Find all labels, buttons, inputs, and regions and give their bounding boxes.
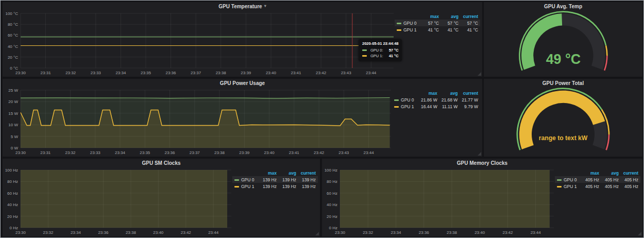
svg-text:23:33: 23:33 xyxy=(91,71,101,75)
svg-text:23:43: 23:43 xyxy=(341,71,352,75)
svg-text:20 Hz: 20 Hz xyxy=(327,214,337,219)
svg-text:23:34: 23:34 xyxy=(391,230,401,235)
legend-sort-header[interactable]: avg xyxy=(441,13,461,20)
legend-series-label[interactable]: GPU 1 xyxy=(241,184,255,189)
svg-text:40 °C: 40 °C xyxy=(8,44,18,49)
legend-sort-header[interactable]: current xyxy=(621,170,640,176)
memory-clocks-chart-plot[interactable]: 0 Hz20 Hz40 Hz60 Hz80 Hz100 Hz23:3023:32… xyxy=(322,167,555,236)
panel-header-gpu-power-total[interactable]: GPU Power Total xyxy=(484,79,642,87)
svg-text:0 Hz: 0 Hz xyxy=(329,226,337,230)
legend-value: 16.44 W xyxy=(419,103,439,110)
sm-clocks-chart-plot[interactable]: 0 Hz20 Hz40 Hz60 Hz80 Hz100 Hz23:3023:32… xyxy=(3,167,232,236)
legend-sort-header[interactable]: current xyxy=(298,170,318,176)
svg-text:23:44: 23:44 xyxy=(364,150,375,155)
svg-text:23:32: 23:32 xyxy=(65,71,76,75)
svg-text:80 °C: 80 °C xyxy=(8,22,18,27)
legend-value: 405 Hz xyxy=(621,176,640,183)
svg-text:60 Hz: 60 Hz xyxy=(327,191,337,196)
panel-title-text: GPU Memory Clocks xyxy=(457,160,507,166)
series-swatch-icon xyxy=(234,179,239,181)
legend-series-label[interactable]: GPU 1 xyxy=(564,184,577,189)
svg-text:23:38: 23:38 xyxy=(214,150,225,155)
svg-text:23:36: 23:36 xyxy=(98,230,109,235)
panel-header-gpu-sm-clocks[interactable]: GPU SM Clocks xyxy=(3,159,320,167)
legend-value: 139 Hz xyxy=(298,183,318,190)
tooltip-series-name: GPU 0: xyxy=(370,47,383,53)
legend-series-label[interactable]: GPU 1 xyxy=(401,104,414,109)
svg-text:23:44: 23:44 xyxy=(366,71,377,75)
svg-text:23:42: 23:42 xyxy=(314,150,325,155)
legend-value: 405 Hz xyxy=(582,176,601,183)
panel-gpu-power-usage: GPU Power Usage 0 W5 W10 W15 W20 W25 W23… xyxy=(3,79,482,157)
legend-series-label[interactable]: GPU 0 xyxy=(564,177,577,182)
svg-text:23:30: 23:30 xyxy=(15,150,26,155)
svg-text:100 Hz: 100 Hz xyxy=(5,168,18,173)
panel-resize-handle-icon[interactable] xyxy=(478,152,481,156)
legend-value: 57 °C xyxy=(461,20,480,26)
series-swatch-icon xyxy=(234,186,239,188)
legend-value: 405 Hz xyxy=(601,176,621,183)
tooltip-row: GPU 0: 57 °C xyxy=(362,47,398,53)
svg-text:23:36: 23:36 xyxy=(419,230,430,235)
svg-text:5 W: 5 W xyxy=(11,134,19,139)
temperature-chart-plot[interactable]: 0 °C20 °C40 °C60 °C80 °C100 °C23:3023:31… xyxy=(3,10,395,77)
legend-value: 11.11 W xyxy=(439,103,460,110)
panel-header-gpu-temperature[interactable]: GPU Temperature ▾ xyxy=(3,2,482,10)
power-usage-chart-plot[interactable]: 0 W5 W10 W15 W20 W25 W23:3023:3123:3223:… xyxy=(3,87,392,157)
svg-text:23:38: 23:38 xyxy=(126,230,137,235)
legend-sort-header[interactable]: current xyxy=(460,90,480,96)
svg-text:23:35: 23:35 xyxy=(141,71,151,75)
series-swatch-icon xyxy=(397,29,401,31)
legend-sort-header[interactable]: current xyxy=(461,13,480,20)
legend-value: 41 °C xyxy=(421,26,441,33)
legend-row: GPU 021.86 W21.68 W21.77 W xyxy=(392,96,480,103)
panel-resize-handle-icon[interactable] xyxy=(315,232,319,235)
svg-text:49 °C: 49 °C xyxy=(546,52,580,67)
svg-text:23:37: 23:37 xyxy=(191,71,201,75)
panel-gpu-sm-clocks: GPU SM Clocks 0 Hz20 Hz40 Hz60 Hz80 Hz10… xyxy=(3,159,320,236)
legend-sort-header[interactable]: max xyxy=(421,13,441,20)
svg-text:100 Hz: 100 Hz xyxy=(325,168,337,173)
svg-text:23:36: 23:36 xyxy=(165,71,176,75)
legend-sort-header[interactable]: avg xyxy=(601,170,621,176)
svg-text:23:43: 23:43 xyxy=(338,150,349,155)
legend-value: 21.68 W xyxy=(439,96,460,103)
legend-series-label[interactable]: GPU 0 xyxy=(401,97,414,103)
svg-text:15 W: 15 W xyxy=(8,111,18,116)
panel-header-gpu-power-usage[interactable]: GPU Power Usage xyxy=(3,79,482,87)
panel-header-gpu-memory-clocks[interactable]: GPU Memory Clocks xyxy=(322,159,642,167)
legend-row: GPU 141 °C41 °C41 °C xyxy=(395,26,480,33)
svg-text:23:39: 23:39 xyxy=(239,150,250,155)
svg-text:40 Hz: 40 Hz xyxy=(327,202,337,207)
series-swatch-icon xyxy=(394,106,399,108)
svg-text:23:32: 23:32 xyxy=(65,150,76,155)
panel-resize-handle-icon[interactable] xyxy=(478,72,481,76)
svg-text:100 °C: 100 °C xyxy=(5,11,18,16)
power-total-gauge: range to text kW xyxy=(510,87,616,156)
power-usage-legend: maxavgcurrentGPU 021.86 W21.68 W21.77 WG… xyxy=(392,87,482,157)
legend-value: 139 Hz xyxy=(259,176,279,183)
temperature-legend: maxavgcurrentGPU 057 °C57 °C57 °CGPU 141… xyxy=(395,10,482,77)
svg-text:60 Hz: 60 Hz xyxy=(7,191,18,196)
legend-series-label[interactable]: GPU 1 xyxy=(403,27,417,32)
svg-text:0 W: 0 W xyxy=(11,146,19,150)
legend-sort-header[interactable]: avg xyxy=(279,170,298,176)
legend-sort-header[interactable]: max xyxy=(419,90,439,96)
legend-series-label[interactable]: GPU 0 xyxy=(403,21,417,26)
panel-header-gpu-avg-temp[interactable]: GPU Avg. Temp xyxy=(484,2,642,10)
series-swatch-icon xyxy=(397,23,401,24)
svg-text:40 Hz: 40 Hz xyxy=(7,202,18,207)
svg-text:23:32: 23:32 xyxy=(363,230,374,235)
legend-series-label[interactable]: GPU 0 xyxy=(241,177,255,182)
panel-resize-handle-icon[interactable] xyxy=(638,232,641,235)
legend-sort-header[interactable]: max xyxy=(259,170,279,176)
chevron-down-icon[interactable]: ▾ xyxy=(264,4,266,8)
svg-text:23:42: 23:42 xyxy=(502,230,513,235)
legend-sort-header[interactable]: max xyxy=(582,170,601,176)
legend-sort-header[interactable]: avg xyxy=(439,90,460,96)
svg-text:23:39: 23:39 xyxy=(241,71,251,75)
panel-title-text: GPU Power Total xyxy=(543,80,584,86)
series-swatch-icon xyxy=(557,186,562,188)
svg-text:23:40: 23:40 xyxy=(474,230,485,235)
panel-title-text: GPU SM Clocks xyxy=(142,160,180,166)
